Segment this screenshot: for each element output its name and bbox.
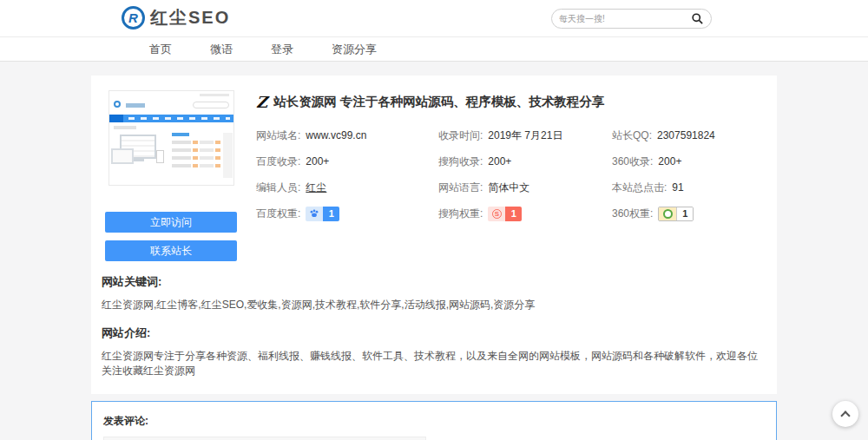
logo-text: 红尘SEO — [150, 6, 230, 30]
thumb-logo-icon — [114, 101, 121, 108]
intro-text: 红尘资源网专注于分享各种资源、福利线报、赚钱线报、软件工具、技术教程，以及来自全… — [102, 349, 766, 378]
info-label: 360权重: — [612, 207, 653, 221]
keywords-heading: 网站关键词: — [102, 274, 766, 290]
intro-heading: 网站介绍: — [102, 325, 766, 341]
baidu-weight-badge: 1 — [306, 207, 339, 221]
nav-item-resources[interactable]: 资源分享 — [332, 42, 377, 57]
site-domain: www.vc99.cn — [306, 129, 366, 141]
so360-index-count: 200+ — [658, 155, 681, 167]
editor-link[interactable]: 红尘 — [306, 181, 326, 195]
baidu-index-count: 200+ — [306, 155, 329, 167]
sogou-weight-badge: S 1 — [488, 207, 522, 221]
so360-weight-value: 1 — [676, 207, 693, 220]
so360-ring-icon — [659, 207, 676, 220]
nav-item-weiyu[interactable]: 微语 — [210, 42, 233, 57]
thumb-laptop — [111, 148, 134, 164]
search-input[interactable] — [559, 14, 690, 23]
nav-item-home[interactable]: 首页 — [149, 42, 172, 57]
keywords-text: 红尘资源网,红尘博客,红尘SEO,爱收集,资源网,技术教程,软件分享,活动线报,… — [102, 298, 766, 312]
sogou-weight-value: 1 — [505, 207, 522, 221]
info-label: 编辑人员: — [256, 181, 300, 195]
info-label: 站长QQ: — [612, 128, 652, 143]
search-button[interactable] — [690, 12, 704, 26]
site-language: 简体中文 — [488, 181, 529, 195]
logo-circle-icon: R — [122, 6, 145, 30]
listing-details: Z 站长资源网 专注于各种网站源码、程序模板、技术教程分享 网站域名:www.v… — [237, 90, 766, 261]
chevron-up-icon — [840, 410, 850, 420]
info-label: 百度收录: — [256, 154, 300, 169]
info-label: 网站域名: — [256, 128, 300, 143]
webmaster-qq: 2307591824 — [657, 129, 715, 141]
search-box — [551, 9, 712, 29]
site-header: R 红尘SEO — [0, 0, 868, 37]
nav-item-login[interactable]: 登录 — [271, 42, 293, 57]
comment-form: 发表评论: 昵称 邮件地址 (选填) 个人主页 (选填) — [91, 401, 777, 440]
total-clicks: 91 — [672, 181, 683, 194]
site-logo[interactable]: R 红尘SEO — [122, 6, 230, 30]
thumb-navbar — [109, 115, 233, 122]
visit-site-button[interactable]: 立即访问 — [105, 212, 237, 233]
sogou-s-icon: S — [488, 207, 505, 221]
info-label: 百度权重: — [256, 207, 300, 221]
sogou-index-count: 200+ — [488, 155, 511, 167]
search-icon — [691, 15, 704, 28]
page-title: 站长资源网 专注于各种网站源码、程序模板、技术教程分享 — [273, 94, 604, 110]
thumb-toplinks — [200, 94, 229, 96]
info-label: 搜狗权重: — [438, 207, 483, 221]
listing-card: 立即访问 联系站长 Z 站长资源网 专注于各种网站源码、程序模板、技术教程分享 … — [91, 76, 777, 394]
info-label: 搜狗收录: — [438, 154, 483, 169]
info-label: 360收录: — [612, 154, 653, 169]
contact-webmaster-button[interactable]: 联系站长 — [105, 240, 237, 261]
baidu-weight-value: 1 — [323, 207, 339, 221]
comment-form-heading: 发表评论: — [103, 414, 765, 429]
listing-left-column: 立即访问 联系站长 — [102, 90, 237, 261]
nickname-field[interactable] — [103, 437, 426, 440]
site-favicon-icon: Z — [256, 95, 267, 110]
back-to-top-button[interactable] — [832, 401, 858, 427]
so360-weight-badge: 1 — [658, 207, 694, 221]
site-thumbnail[interactable] — [108, 90, 234, 186]
thumb-search — [193, 102, 229, 108]
baidu-paw-icon — [306, 207, 323, 221]
listed-date: 2019年 7月21日 — [488, 128, 562, 143]
info-grid: 网站域名:www.vc99.cn 收录时间:2019年 7月21日 站长QQ:2… — [256, 122, 766, 227]
info-label: 网站语言: — [438, 181, 483, 195]
thumb-phone — [156, 150, 164, 163]
main-nav: 首页 微语 登录 资源分享 — [0, 37, 868, 62]
info-label: 收录时间: — [438, 128, 483, 143]
info-label: 本站总点击: — [612, 181, 667, 195]
thumb-article-list — [172, 133, 220, 172]
